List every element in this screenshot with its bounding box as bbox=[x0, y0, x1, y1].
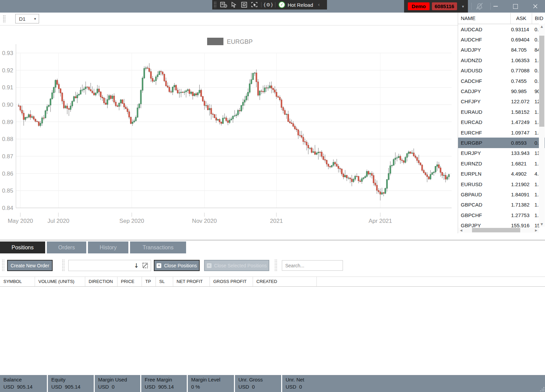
vertical-scrollbar[interactable]: ▲ ▼ bbox=[539, 24, 545, 227]
svg-text:Apr 2021: Apr 2021 bbox=[369, 218, 392, 224]
maximize-button[interactable] bbox=[508, 0, 523, 13]
scroll-left-icon[interactable]: ◀ bbox=[458, 228, 464, 233]
notifications-off-icon[interactable] bbox=[475, 2, 485, 11]
column-header-price[interactable]: PRICE bbox=[117, 277, 142, 286]
watchlist-row[interactable]: EURJPY133.94313 bbox=[458, 148, 545, 158]
column-header-direction[interactable]: DIRECTION bbox=[85, 277, 117, 286]
symbol-name: EURNZD bbox=[458, 161, 511, 166]
watchlist-row[interactable]: EURCAD1.472491.4 bbox=[458, 117, 545, 127]
column-header-net-profit[interactable]: NET PROFIT bbox=[173, 277, 210, 286]
watchlist-rows: AUDCAD0.931140.9AUDCHF0.694040.6AUDJPY84… bbox=[458, 24, 545, 227]
watchlist-row[interactable]: AUDCAD0.931140.9 bbox=[458, 24, 545, 34]
symbol-name: AUDJPY bbox=[458, 47, 511, 53]
bottom-tabs: PositionsOrdersHistoryTransactions bbox=[0, 242, 188, 253]
close-button[interactable] bbox=[528, 0, 543, 13]
timeframe-select[interactable]: D1 ▾ bbox=[15, 14, 39, 23]
symbol-name: AUDCHF bbox=[458, 37, 511, 42]
scroll-up-icon[interactable]: ▲ bbox=[539, 24, 545, 29]
watchlist-row[interactable]: EURAUD1.581521.5 bbox=[458, 107, 545, 117]
create-new-order-button[interactable]: Create New Order bbox=[7, 260, 53, 271]
drag-handle-icon[interactable] bbox=[62, 259, 65, 271]
scrollbar-thumb[interactable] bbox=[539, 36, 544, 127]
scroll-right-icon[interactable]: ▶ bbox=[533, 228, 539, 233]
watchlist-row[interactable]: AUDUSD0.770880.7 bbox=[458, 66, 545, 76]
symbol-filter-combobox[interactable]: ↓ bbox=[68, 260, 151, 271]
account-selector[interactable]: Demo 6085116 ▾ bbox=[404, 0, 468, 13]
column-header-sl[interactable]: SL bbox=[156, 277, 173, 286]
watchlist-row[interactable]: CADCHF0.74550.7 bbox=[458, 76, 545, 86]
watchlist-row[interactable]: GBPJPY155.91615 bbox=[458, 220, 545, 227]
watchlist-row[interactable]: CHFJPY122.07212 bbox=[458, 96, 545, 107]
scrollbar-thumb[interactable] bbox=[472, 228, 520, 232]
tab-history[interactable]: History bbox=[88, 242, 128, 253]
status-cell-margin-used: Margin UsedUSD 0 bbox=[95, 375, 140, 392]
scroll-down-icon[interactable]: ▼ bbox=[539, 221, 545, 227]
tab-positions[interactable]: Positions bbox=[0, 242, 45, 253]
widget-inspector-icon[interactable] bbox=[219, 1, 229, 8]
close-positions-button[interactable]: ✕ Close Positions bbox=[154, 260, 200, 271]
select-frame-icon[interactable] bbox=[249, 1, 259, 8]
gridlines bbox=[16, 44, 452, 217]
symbol-name: EURUSD bbox=[458, 181, 511, 187]
watchlist-row[interactable]: GBPAUD1.840911.8 bbox=[458, 189, 545, 199]
symbol-name: EURJPY bbox=[458, 150, 511, 156]
status-bar: BalanceUSD 905.14EquityUSD 905.14Margin … bbox=[0, 375, 545, 392]
status-value: USD 905.14 bbox=[3, 384, 47, 390]
search-box bbox=[282, 260, 343, 271]
column-header-symbol[interactable]: SYMBOL bbox=[0, 277, 35, 286]
column-header-name[interactable]: NAME bbox=[458, 13, 511, 24]
maximize-icon bbox=[513, 4, 518, 9]
watchlist-row[interactable]: CADJPY90.98590 bbox=[458, 86, 545, 96]
select-widget-icon[interactable] bbox=[229, 1, 239, 8]
splitter[interactable] bbox=[0, 239, 545, 241]
chart-toolbar: D1 ▾ bbox=[0, 13, 458, 25]
column-header-volume-units-[interactable]: VOLUME (UNITS) bbox=[35, 277, 85, 286]
drag-handle-icon[interactable] bbox=[3, 15, 6, 23]
column-header-bid[interactable]: BID bbox=[532, 13, 545, 24]
watchlist-row[interactable]: EURGBP0.85930.8 bbox=[458, 138, 545, 148]
drag-handle-icon[interactable] bbox=[214, 1, 217, 8]
status-value: USD 0 bbox=[286, 384, 545, 390]
column-header-gross-profit[interactable]: GROSS PROFIT bbox=[210, 277, 253, 286]
status-label: Free Margin bbox=[145, 377, 187, 382]
close-selected-positions-label: Close Selected Positions bbox=[214, 263, 267, 268]
svg-text:Nov 2020: Nov 2020 bbox=[192, 218, 217, 224]
symbol-name: AUDNZD bbox=[458, 57, 511, 63]
symbol-name: CADJPY bbox=[458, 88, 511, 94]
gear-braces-icon[interactable]: {⚙} bbox=[263, 1, 273, 8]
hot-reload-button[interactable]: ✓ Hot Reload bbox=[278, 1, 313, 8]
repaint-boundary-icon[interactable] bbox=[239, 1, 249, 8]
tab-orders[interactable]: Orders bbox=[47, 242, 86, 253]
watchlist-row[interactable]: AUDJPY84.70584 bbox=[458, 45, 545, 55]
chevron-left-icon[interactable]: ‹ bbox=[318, 2, 320, 8]
status-label: Balance bbox=[3, 377, 47, 382]
column-header-created[interactable]: CREATED bbox=[253, 277, 317, 286]
symbol-name: GBPJPY bbox=[458, 222, 511, 227]
watchlist-row[interactable]: AUDNZD1.063531.0 bbox=[458, 55, 545, 65]
ask-price: 84.705 bbox=[511, 47, 532, 53]
column-header-tp[interactable]: TP bbox=[142, 277, 156, 286]
watchlist-row[interactable]: GBPCAD1.713821.7 bbox=[458, 200, 545, 210]
ask-price: 1.71382 bbox=[511, 202, 532, 208]
watchlist-row[interactable]: EURCHF1.097471.0 bbox=[458, 127, 545, 138]
column-header-ask[interactable]: ASK bbox=[511, 13, 532, 24]
ask-price: 0.7455 bbox=[511, 78, 532, 84]
watchlist-row[interactable]: GBPCHF1.277531.2 bbox=[458, 210, 545, 220]
watchlist-row[interactable]: EURUSD1.219021.2 bbox=[458, 179, 545, 189]
minimize-button[interactable] bbox=[488, 0, 503, 13]
tab-transactions[interactable]: Transactions bbox=[130, 242, 186, 253]
chevron-down-icon[interactable]: ▾ bbox=[462, 4, 464, 9]
watchlist-row[interactable]: AUDCHF0.694040.6 bbox=[458, 34, 545, 44]
ask-price: 1.06353 bbox=[511, 57, 532, 63]
candles-series bbox=[18, 63, 449, 200]
watchlist-row[interactable]: EURNZD1.68211.6 bbox=[458, 158, 545, 168]
price-chart[interactable]: 0.930.920.910.900.890.880.870.860.850.84… bbox=[0, 25, 458, 233]
ask-price: 155.916 bbox=[511, 222, 532, 227]
horizontal-scrollbar[interactable]: ◀ ▶ bbox=[458, 228, 539, 233]
watchlist-row[interactable]: EURPLN4.49024.4 bbox=[458, 168, 545, 179]
drag-handle-icon[interactable] bbox=[2, 259, 5, 271]
svg-text:0.88: 0.88 bbox=[2, 136, 13, 142]
search-input[interactable] bbox=[282, 263, 347, 269]
symbol-name: CHFJPY bbox=[458, 99, 511, 104]
drag-handle-icon[interactable] bbox=[274, 259, 277, 271]
